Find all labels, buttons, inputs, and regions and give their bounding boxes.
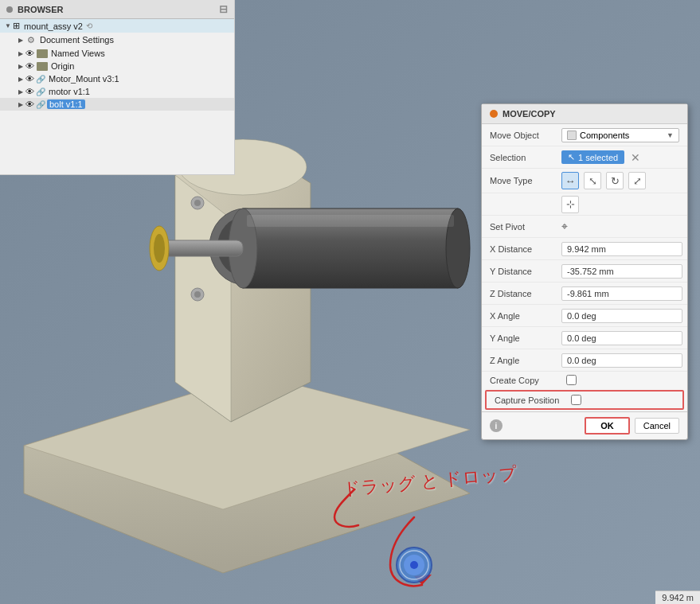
tree-item-motor-mount[interactable]: ▶ 👁 🔗 Motor_Mount v3:1: [0, 72, 234, 85]
doc-settings-label: Document Settings: [40, 35, 114, 45]
cancel-button[interactable]: Cancel: [635, 418, 679, 434]
status-bar: 9.942 m: [655, 590, 700, 604]
x-distance-label: X Distance: [490, 244, 561, 254]
dropdown-arrow-icon: ▼: [667, 131, 674, 139]
root-external-link-icon: ⟲: [86, 21, 92, 30]
components-label: Components: [580, 131, 629, 140]
capture-position-checkbox[interactable]: [571, 395, 581, 405]
tree-item-doc-settings[interactable]: ▶ ⚙ Document Settings: [0, 33, 234, 47]
origin-eye-icon: 👁: [25, 61, 34, 71]
x-angle-label: X Angle: [490, 311, 561, 321]
info-icon: i: [490, 419, 503, 432]
y-angle-row: Y Angle: [482, 327, 687, 349]
x-distance-row: X Distance: [482, 238, 687, 260]
selection-value: ↖ 1 selected ✕: [561, 150, 679, 164]
bolt-link-icon: 🔗: [36, 100, 45, 109]
x-angle-row: X Angle: [482, 305, 687, 327]
svg-point-14: [154, 234, 165, 263]
capture-position-label: Capture Position: [495, 396, 566, 405]
move-object-row: Move Object Components ▼: [482, 124, 687, 146]
named-views-label: Named Views: [51, 49, 105, 58]
selection-button[interactable]: ↖ 1 selected: [561, 150, 624, 164]
move-copy-panel: MOVE/COPY Move Object Components ▼ Selec…: [481, 103, 688, 440]
svg-rect-11: [247, 215, 454, 227]
z-angle-input[interactable]: [561, 353, 682, 368]
motor-eye-icon: 👁: [25, 87, 34, 96]
root-label: mount_assy v2: [24, 21, 83, 31]
origin-folder-icon: [37, 62, 48, 71]
svg-marker-4: [175, 175, 231, 422]
bolt-eye-icon: 👁: [25, 99, 34, 109]
gear-icon: ⚙: [25, 34, 37, 45]
selection-count: 1 selected: [578, 153, 618, 162]
browser-panel: BROWSER ⊟ ▼ ⊞ mount_assy v2 ⟲ ▶ ⚙ Docume…: [0, 0, 235, 175]
z-distance-input[interactable]: [561, 286, 682, 301]
selection-clear-button[interactable]: ✕: [631, 151, 640, 164]
z-angle-label: Z Angle: [490, 356, 561, 365]
motor-arrow: ▶: [16, 87, 25, 96]
move-point-icon[interactable]: ⊹: [561, 196, 579, 213]
move-axis-icon[interactable]: ⤡: [584, 172, 601, 189]
move-type-row2: ⊹: [482, 193, 687, 216]
bolt-arrow: ▶: [16, 99, 25, 109]
selection-label: Selection: [490, 153, 561, 162]
components-dropdown[interactable]: Components ▼: [561, 128, 679, 142]
z-distance-label: Z Distance: [490, 289, 561, 298]
move-object-label: Move Object: [490, 131, 561, 140]
create-copy-row: Create Copy: [482, 372, 687, 388]
svg-point-16: [194, 200, 201, 206]
y-distance-row: Y Distance: [482, 260, 687, 283]
cursor-icon: ↖: [568, 152, 575, 162]
named-views-eye-icon: 👁: [25, 49, 34, 58]
browser-header: BROWSER ⊟: [0, 0, 234, 19]
create-copy-label: Create Copy: [490, 376, 561, 385]
motor-link-icon: 🔗: [36, 88, 45, 96]
ok-button[interactable]: OK: [585, 417, 630, 434]
move-type-row: Move Type ↔ ⤡ ↻ ⤢: [482, 169, 687, 193]
bolt-label: bolt v1:1: [47, 99, 85, 109]
move-type-icons: ↔ ⤡ ↻ ⤢: [561, 172, 679, 189]
set-pivot-row: Set Pivot ⌖: [482, 216, 687, 238]
panel-footer: i OK Cancel: [482, 411, 687, 439]
motor-label: motor v1:1: [49, 87, 90, 96]
y-angle-label: Y Angle: [490, 333, 561, 343]
tree-item-named-views[interactable]: ▶ 👁 Named Views: [0, 47, 234, 60]
motor-mount-link-icon: 🔗: [36, 75, 45, 84]
tree-item-bolt[interactable]: ▶ 👁 🔗 bolt v1:1: [0, 98, 234, 111]
z-angle-row: Z Angle: [482, 349, 687, 372]
tree-item-motor[interactable]: ▶ 👁 🔗 motor v1:1: [0, 85, 234, 98]
y-angle-input[interactable]: [561, 331, 682, 345]
panel-title: MOVE/COPY: [503, 109, 556, 119]
selection-row: Selection ↖ 1 selected ✕: [482, 146, 687, 169]
origin-label: Origin: [51, 61, 74, 71]
set-pivot-label: Set Pivot: [490, 222, 561, 232]
root-component-icon: ⊞: [13, 21, 20, 31]
doc-settings-arrow: ▶: [16, 35, 25, 45]
browser-dot: [6, 6, 13, 13]
move-type-label: Move Type: [490, 176, 561, 185]
x-distance-input[interactable]: [561, 242, 682, 256]
capture-position-row: Capture Position: [485, 390, 684, 410]
browser-expand-icon[interactable]: ⊟: [219, 3, 228, 15]
named-views-arrow: ▶: [16, 49, 25, 58]
move-translate-icon[interactable]: ↔: [561, 172, 579, 189]
y-distance-input[interactable]: [561, 264, 682, 279]
motor-mount-arrow: ▶: [16, 74, 25, 84]
motor-mount-eye-icon: 👁: [25, 74, 34, 84]
panel-orange-dot: [490, 110, 498, 118]
root-arrow: ▼: [3, 21, 13, 31]
browser-title: BROWSER: [18, 5, 63, 14]
create-copy-checkbox[interactable]: [566, 375, 577, 385]
tree-root-item[interactable]: ▼ ⊞ mount_assy v2 ⟲: [0, 19, 234, 33]
y-distance-label: Y Distance: [490, 267, 561, 276]
x-angle-input[interactable]: [561, 309, 682, 323]
pivot-icon: ⌖: [561, 220, 568, 233]
motor-mount-label: Motor_Mount v3:1: [49, 74, 119, 84]
panel-header: MOVE/COPY: [482, 104, 687, 124]
move-rotate-icon[interactable]: ↻: [606, 172, 624, 189]
folder-icon: [37, 49, 48, 58]
tree-item-origin[interactable]: ▶ 👁 Origin: [0, 60, 234, 72]
svg-point-18: [194, 291, 201, 298]
move-transform-icon[interactable]: ⤢: [628, 172, 646, 189]
component-icon: [567, 131, 577, 140]
